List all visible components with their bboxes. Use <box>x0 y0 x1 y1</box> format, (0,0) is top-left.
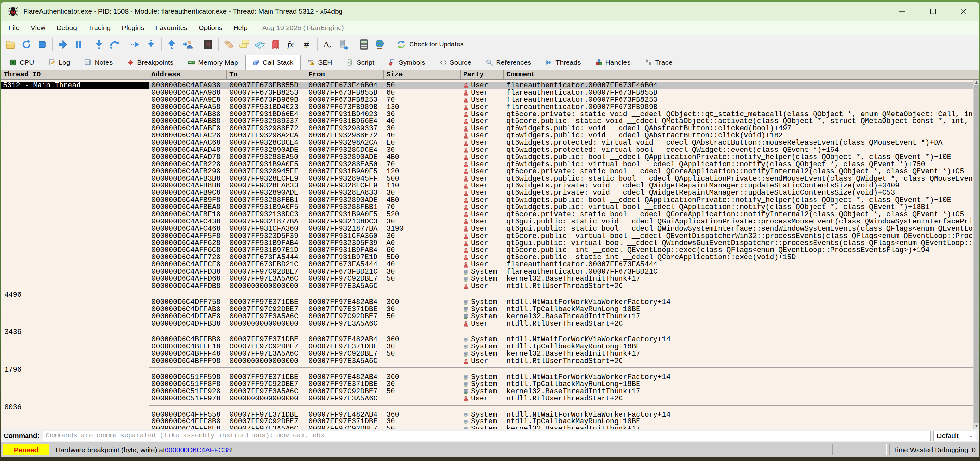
callstack-row[interactable]: 000000D6C4AFB9C800007FF932890ADE00007FF9… <box>1 190 974 197</box>
tab-symbols[interactable]: Symbols <box>382 55 433 70</box>
callstack-row[interactable]: 000000D6C4AFAB8800007FF931BD66E400007FF9… <box>1 111 974 118</box>
callstack-row[interactable]: 000000D6C4DFF75800007FF97E371DBE00007FF9… <box>1 299 974 306</box>
scylla-icon[interactable]: S <box>200 36 216 53</box>
check-for-updates-button[interactable]: Check for Updates <box>393 36 468 53</box>
callstack-row[interactable]: 000000D6C4AFC46800007FF931CFA36000007FF9… <box>1 225 974 233</box>
scrollbar-thumb[interactable] <box>974 85 979 423</box>
callstack-row[interactable]: 000000D6C4BFFF4800007FF97E3A5A6C00007FF9… <box>1 350 974 357</box>
callstack-row[interactable]: 000000D6C51FF92800007FF97E3A5A6C00007FF9… <box>1 388 974 395</box>
open-file-icon[interactable] <box>3 36 19 53</box>
active-thread-label[interactable]: 5312 - Main Thread <box>1 82 149 89</box>
run-to-user-code-icon[interactable] <box>180 36 195 53</box>
tab-handles[interactable]: Handles <box>588 55 638 70</box>
vertical-scrollbar[interactable]: ▲ ▼ <box>974 80 979 429</box>
menu-help[interactable]: Help <box>228 21 253 35</box>
column-header-thread-id[interactable]: Thread ID <box>1 70 149 79</box>
callstack-row[interactable]: 000000D6C4AFF62800007FF931B9FAB400007FF9… <box>1 240 974 247</box>
label-icon[interactable] <box>252 36 268 53</box>
tab-memory-map[interactable]: Memory Map <box>181 55 245 70</box>
scroll-down-icon[interactable]: ▼ <box>974 423 979 429</box>
restart-icon[interactable] <box>19 36 34 53</box>
column-header-from[interactable]: From <box>306 70 384 79</box>
callstack-row[interactable]: 000000D6C4AFAC2800007FF93298A2CA00007FF9… <box>1 132 974 139</box>
scroll-up-icon[interactable]: ▲ <box>974 80 979 85</box>
callstack-row[interactable]: 000000D6C4BFFF1800007FF97C92DBE700007FF9… <box>1 343 974 350</box>
help-globe-icon[interactable] <box>372 36 388 53</box>
tab-cpu[interactable]: CPU <box>2 55 41 70</box>
font-icon[interactable]: Az <box>320 36 336 53</box>
callstack-row[interactable]: 000000D6C4BFFF98000000000000000000007FF9… <box>1 357 974 365</box>
callstack-row[interactable]: 000000D6C4FFF8B800007FF97C92DBE700007FF9… <box>1 418 974 425</box>
column-header-size[interactable]: Size <box>384 70 461 79</box>
callstack-row[interactable]: 000000D6C4AFB29800007FF9328945FF00007FF9… <box>1 168 974 175</box>
tab-log[interactable]: Log <box>41 55 77 70</box>
menu-options[interactable]: Options <box>193 21 228 35</box>
command-profile-select[interactable]: Default ⌄ <box>933 431 977 441</box>
callstack-row[interactable]: 000000D6C4AFABB800007FF93298933700007FF9… <box>1 118 974 125</box>
menu-plugins[interactable]: Plugins <box>116 21 150 35</box>
maximize-button[interactable] <box>918 2 948 21</box>
callstack-row[interactable]: 000000D6C51FF59800007FF97E371DBE00007FF9… <box>1 374 974 381</box>
callstack-row[interactable]: 000000D6C4AFBF1800007FF932138DC300007FF9… <box>1 211 974 218</box>
patches-icon[interactable] <box>221 36 237 53</box>
column-header-address[interactable]: Address <box>149 70 227 79</box>
minimize-button[interactable] <box>887 2 918 21</box>
callstack-row[interactable]: 000000D6C4AFFD6800007FF97E3A5A6C00007FF9… <box>1 276 974 283</box>
menu-view[interactable]: View <box>25 21 51 35</box>
stop-icon[interactable] <box>34 36 50 53</box>
callstack-row[interactable]: 000000D6C4FFF8E800007FF97E3A5A6C00007FF9… <box>1 425 974 429</box>
callstack-row[interactable]: 000000D6C4AFABF800007FF932988E7200007FF9… <box>1 125 974 132</box>
callstack-row[interactable]: 000000D6C4FFF55800007FF97E371DBE00007FF9… <box>1 411 974 418</box>
menu-tracing[interactable]: Tracing <box>83 21 116 35</box>
menu-file[interactable]: File <box>3 21 25 35</box>
callstack-row[interactable]: 000000D6C4DFFAE800007FF97E3A5A6C00007FF9… <box>1 313 974 320</box>
tab-seh[interactable]: SEH <box>301 55 339 70</box>
callstack-row[interactable]: 000000D6C4AFBEA800007FF931B9A0F500007FF9… <box>1 204 974 211</box>
tab-threads[interactable]: Threads <box>538 55 588 70</box>
column-header-to[interactable]: To <box>227 70 306 79</box>
comment-icon[interactable] <box>237 36 252 53</box>
callstack-row[interactable]: 000000D6C4AFA9E800007FF673FB989B00007FF6… <box>1 97 974 104</box>
callstack-row[interactable]: 000000D6C4AFC43800007FF9321877BA00007FF9… <box>1 218 974 225</box>
callstack-row[interactable]: 000000D6C4AFAC6800007FF9328CDCE400007FF9… <box>1 139 974 147</box>
tab-trace[interactable]: Trace <box>638 55 680 70</box>
bookmark-icon[interactable] <box>268 36 283 53</box>
column-header-comment[interactable]: Comment <box>504 70 979 79</box>
callstack-row[interactable]: 000000D6C4AFF72800007FF673FA544400007FF9… <box>1 254 974 261</box>
calculator-icon[interactable] <box>356 36 372 53</box>
callstack-row[interactable]: 000000D6C4AFF5F800007FF9323D5F3900007FF9… <box>1 233 974 240</box>
menu-favourites[interactable]: Favourites <box>150 21 193 35</box>
callstack-row[interactable]: 000000D6C4AFF6C800007FF931B97E1D00007FF9… <box>1 247 974 254</box>
callstack-row[interactable]: 000000D6C4BFFBB800007FF97E371DBE00007FF9… <box>1 336 974 343</box>
tab-breakpoints[interactable]: Breakpoints <box>120 55 181 70</box>
tab-notes[interactable]: Notes <box>77 55 120 70</box>
callstack-row[interactable]: 000000D6C4AFFD3800007FF97C92DBE700007FF6… <box>1 268 974 276</box>
hash-icon[interactable]: # <box>299 36 315 53</box>
callstack-row[interactable]: 000000D6C4AFB9F800007FF93288FBB100007FF9… <box>1 197 974 204</box>
tab-script[interactable]: Script <box>339 55 382 70</box>
callstack-row[interactable]: 000000D6C51FF978000000000000000000007FF9… <box>1 395 974 402</box>
step-into-icon[interactable] <box>91 36 107 53</box>
pause-icon[interactable] <box>71 36 86 53</box>
function-icon[interactable]: fx <box>283 36 299 53</box>
trace-into-icon[interactable] <box>127 36 143 53</box>
breakpoint-address-link[interactable]: 000000D6C4AFFC38 <box>165 446 231 454</box>
callstack-row[interactable]: 000000D6C4AFB22800007FF931B9A0F500007FF9… <box>1 161 974 168</box>
run-icon[interactable] <box>55 36 71 53</box>
callstack-row[interactable]: 000000D6C4AFAD4800007FF932890ADE00007FF9… <box>1 147 974 154</box>
callstack-row[interactable]: 000000D6C4AFB8B800007FF9328EA83300007FF9… <box>1 182 974 190</box>
column-header-party[interactable]: Party <box>461 70 504 79</box>
step-over-icon[interactable] <box>107 36 123 53</box>
callstack-row[interactable]: 000000D6C4AFFDB8000000000000000000007FF9… <box>1 283 974 290</box>
callstack-row[interactable]: 000000D6C4AFFCF800007FF673FBD21C00007FF6… <box>1 261 974 268</box>
execute-till-return-icon[interactable] <box>164 36 180 53</box>
callstack-row[interactable]: 000000D6C51FF8F800007FF97C92DBE700007FF9… <box>1 381 974 388</box>
tab-source[interactable]: Source <box>433 55 479 70</box>
callstack-row[interactable]: 000000D6C4AFB3B800007FF9328ECFE900007FF9… <box>1 175 974 183</box>
callstack-row[interactable]: 000000D6C4AFA98800007FF673FB825300007FF6… <box>1 89 974 97</box>
callstack-row[interactable]: 000000D6C4AFAA5800007FF931BD402300007FF6… <box>1 104 974 111</box>
tab-references[interactable]: References <box>479 55 538 70</box>
close-button[interactable] <box>948 2 979 21</box>
command-input[interactable] <box>43 431 931 441</box>
trace-over-icon[interactable] <box>143 36 159 53</box>
